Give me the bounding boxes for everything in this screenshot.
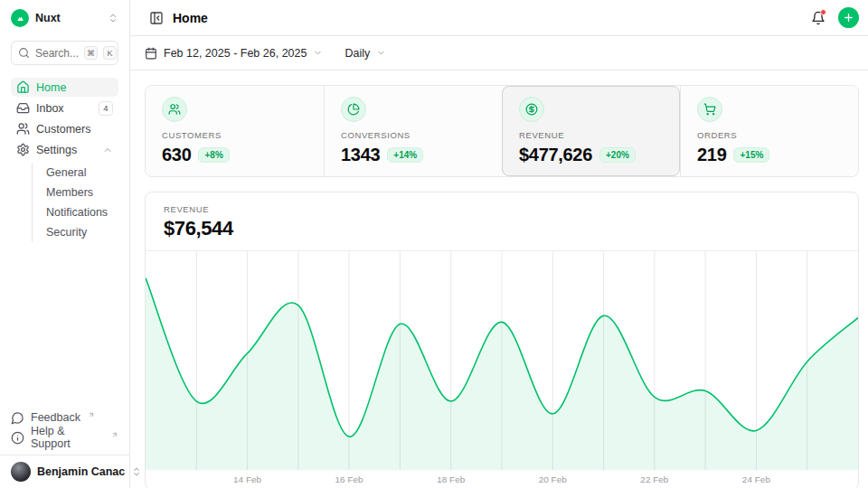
sidebar-subitem-general[interactable]: General	[46, 163, 108, 183]
sidebar-nav: Home Inbox 4 Customers Settings	[0, 69, 129, 242]
sidebar-subitem-security[interactable]: Security	[46, 222, 108, 242]
dashboard-app: Nuxt Search... ⌘ K Home	[0, 0, 868, 488]
inbox-icon	[16, 101, 30, 115]
chart-area[interactable]: 14 Feb16 Feb18 Feb20 Feb22 Feb24 Feb	[146, 251, 858, 488]
chart-metric-value: $76,544	[164, 217, 840, 240]
period-select[interactable]: Daily	[344, 47, 386, 60]
sidebar-item-customers[interactable]: Customers	[11, 119, 118, 138]
chart-header: Revenue $76,544	[146, 192, 858, 251]
chevron-up-icon	[102, 145, 113, 155]
date-range-picker[interactable]: Feb 12, 2025 - Feb 26, 2025	[145, 47, 323, 60]
subitem-label: Members	[46, 186, 93, 199]
stat-change-badge: +20%	[599, 147, 636, 163]
stat-change-badge: +8%	[198, 147, 229, 163]
search-icon	[18, 47, 30, 59]
sidebar-item-label: Home	[36, 81, 66, 94]
sidebar-subitem-notifications[interactable]: Notifications	[46, 202, 108, 222]
page-title: Home	[173, 11, 208, 25]
header-actions	[811, 7, 859, 28]
shopping-cart-icon	[697, 97, 722, 122]
users-icon	[16, 122, 30, 136]
stat-change-badge: +15%	[733, 147, 769, 163]
search-input[interactable]: Search... ⌘ K	[11, 41, 118, 65]
search-placeholder: Search...	[35, 47, 79, 60]
stat-change-badge: +14%	[387, 147, 423, 163]
kbd-key: K	[103, 46, 117, 60]
stat-value: $477,626	[519, 145, 592, 165]
stat-value: 219	[697, 145, 726, 165]
help-support-link[interactable]: Help & Support	[11, 427, 118, 447]
add-button[interactable]	[838, 7, 859, 28]
kbd-meta: ⌘	[84, 46, 98, 60]
top-header: Home	[130, 0, 868, 36]
sidebar-item-label: Settings	[36, 144, 77, 156]
revenue-chart-panel: Revenue $76,544 14 Feb16 Feb18 Feb20 Feb…	[145, 192, 859, 488]
stats-row: Customers 630 +8% Conversions 1343 +14%	[145, 85, 859, 177]
home-icon	[16, 80, 30, 94]
external-link-icon	[88, 411, 95, 418]
footer-item-label: Help & Support	[31, 425, 104, 450]
stat-card-customers[interactable]: Customers 630 +8%	[146, 86, 324, 176]
chevron-down-icon	[376, 48, 386, 58]
sidebar-subitem-members[interactable]: Members	[46, 183, 108, 202]
filters-toolbar: Feb 12, 2025 - Feb 26, 2025 Daily	[130, 36, 868, 70]
stat-card-conversions[interactable]: Conversions 1343 +14%	[324, 86, 502, 176]
settings-subnav: General Members Notifications Security	[32, 163, 108, 242]
nuxt-logo-icon	[11, 9, 29, 27]
external-link-icon	[111, 431, 118, 438]
notifications-button[interactable]	[811, 11, 826, 25]
stat-label: Conversions	[341, 130, 486, 140]
gear-icon	[16, 143, 30, 156]
sidebar-item-label: Customers	[36, 123, 90, 136]
collapse-sidebar-button[interactable]	[149, 11, 164, 25]
user-menu[interactable]: Benjamin Canac	[0, 455, 129, 488]
sidebar-item-settings[interactable]: Settings	[11, 140, 118, 159]
workspace-switcher[interactable]: Nuxt	[0, 0, 129, 33]
subitem-label: Security	[46, 226, 87, 239]
unread-notification-dot	[820, 9, 826, 15]
sidebar-item-label: Inbox	[36, 102, 64, 115]
users-icon	[162, 97, 187, 122]
sidebar-item-inbox[interactable]: Inbox 4	[11, 99, 118, 117]
svg-text:14 Feb: 14 Feb	[233, 474, 262, 484]
chevron-down-icon	[313, 48, 323, 58]
chevrons-up-down-icon	[108, 13, 118, 23]
svg-text:18 Feb: 18 Feb	[437, 474, 466, 484]
calendar-icon	[145, 47, 157, 60]
dashboard-content: Customers 630 +8% Conversions 1343 +14%	[130, 70, 868, 488]
stat-card-orders[interactable]: Orders 219 +15%	[680, 86, 858, 176]
workspace-name: Nuxt	[35, 12, 61, 24]
sidebar: Nuxt Search... ⌘ K Home	[0, 0, 130, 488]
sidebar-item-home[interactable]: Home	[11, 78, 118, 97]
svg-text:22 Feb: 22 Feb	[640, 474, 669, 484]
inbox-count-badge: 4	[99, 101, 113, 116]
stat-label: Orders	[697, 130, 842, 140]
svg-text:16 Feb: 16 Feb	[335, 474, 364, 484]
chart-metric-label: Revenue	[164, 204, 840, 214]
stat-card-revenue[interactable]: Revenue $477,626 +20%	[502, 86, 680, 176]
pie-chart-icon	[341, 97, 366, 122]
stat-value: 630	[162, 145, 191, 165]
message-bubble-icon	[11, 411, 24, 425]
subitem-label: General	[46, 166, 86, 179]
footer-item-label: Feedback	[31, 411, 80, 424]
date-range-label: Feb 12, 2025 - Feb 26, 2025	[164, 47, 307, 60]
stat-label: Revenue	[519, 130, 664, 140]
svg-text:20 Feb: 20 Feb	[539, 474, 568, 484]
subitem-label: Notifications	[46, 206, 108, 219]
main-area: Home Feb 12, 2025 - Feb 26, 2025	[130, 0, 868, 488]
plus-icon	[843, 12, 854, 23]
info-circle-icon	[11, 431, 24, 445]
revenue-area-chart[interactable]: 14 Feb16 Feb18 Feb20 Feb22 Feb24 Feb	[146, 251, 858, 488]
dollar-circle-icon	[519, 97, 544, 122]
user-avatar	[11, 462, 31, 482]
stat-value: 1343	[341, 145, 380, 165]
sidebar-footer: Feedback Help & Support	[0, 402, 129, 455]
svg-text:24 Feb: 24 Feb	[742, 474, 771, 484]
stat-label: Customers	[162, 130, 307, 140]
period-label: Daily	[344, 47, 370, 60]
user-name: Benjamin Canac	[37, 465, 125, 478]
